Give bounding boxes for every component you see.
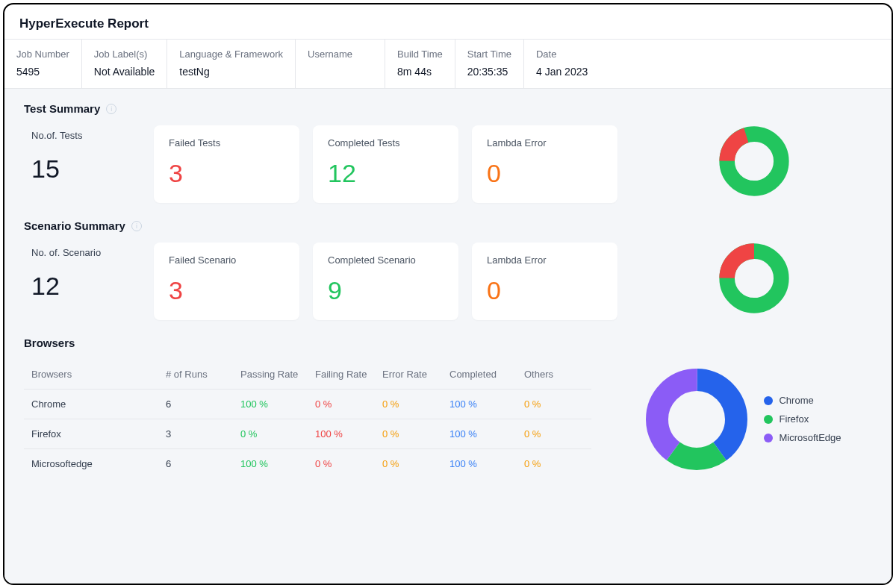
cell-err: 0 % bbox=[382, 428, 449, 440]
info-icon[interactable]: i bbox=[106, 104, 116, 114]
meta-label: Job Number bbox=[16, 49, 69, 60]
stat-total-tests: No.of. Tests 15 bbox=[24, 125, 136, 184]
browsers-title: Browsers bbox=[24, 337, 872, 349]
meta-value: 5495 bbox=[16, 66, 69, 78]
meta-label: Language & Framework bbox=[179, 49, 283, 60]
scenario-summary-donut bbox=[635, 243, 872, 314]
table-row: Firefox 3 0 % 100 % 0 % 100 % 0 % bbox=[24, 419, 591, 449]
cell-pass: 100 % bbox=[240, 398, 315, 410]
meta-build-time: Build Time 8m 44s bbox=[385, 40, 455, 88]
meta-date: Date 4 Jan 2023 bbox=[524, 40, 600, 88]
th-pass: Passing Rate bbox=[240, 369, 315, 380]
cell-runs: 3 bbox=[166, 428, 240, 440]
info-icon[interactable]: i bbox=[131, 221, 142, 231]
card-completed-scenario: Completed Scenario 9 bbox=[313, 243, 458, 320]
table-header: Browsers # of Runs Passing Rate Failing … bbox=[24, 360, 591, 390]
stat-total-scenario: No. of. Scenario 12 bbox=[24, 243, 136, 301]
cell-err: 0 % bbox=[382, 398, 449, 410]
cell-fail: 100 % bbox=[315, 428, 382, 440]
meta-value: Not Available bbox=[94, 66, 155, 78]
cell-comp: 100 % bbox=[449, 398, 524, 410]
cell-oth: 0 % bbox=[524, 458, 584, 469]
th-browser: Browsers bbox=[31, 369, 166, 380]
meta-label: Start Time bbox=[467, 49, 511, 60]
cell-pass: 100 % bbox=[240, 458, 315, 469]
cell-comp: 100 % bbox=[449, 458, 524, 469]
stat-label: Lambda Error bbox=[487, 254, 603, 266]
test-summary-title: Test Summary i bbox=[24, 102, 872, 115]
swatch-icon bbox=[764, 415, 773, 424]
th-err: Error Rate bbox=[382, 369, 449, 380]
stat-value: 3 bbox=[169, 276, 284, 305]
card-lambda-error-scenario: Lambda Error 0 bbox=[472, 243, 617, 320]
cell-comp: 100 % bbox=[449, 428, 524, 440]
th-comp: Completed bbox=[449, 369, 524, 380]
meta-value: testNg bbox=[179, 66, 283, 78]
donut-chart-icon bbox=[644, 367, 749, 472]
meta-value: 4 Jan 2023 bbox=[536, 66, 588, 78]
browsers-block: Browsers # of Runs Passing Rate Failing … bbox=[24, 360, 872, 478]
cell-browser: Firefox bbox=[31, 428, 166, 440]
test-summary-row: No.of. Tests 15 Failed Tests 3 Completed… bbox=[24, 125, 872, 203]
stat-value: 9 bbox=[328, 276, 444, 305]
test-summary-donut bbox=[635, 125, 872, 197]
th-runs: # of Runs bbox=[166, 369, 240, 380]
meta-label: Username bbox=[308, 49, 373, 60]
cell-fail: 0 % bbox=[315, 458, 382, 469]
legend-item-chrome: Chrome bbox=[764, 395, 841, 406]
table-row: Chrome 6 100 % 0 % 0 % 100 % 0 % bbox=[24, 390, 591, 419]
cell-runs: 6 bbox=[166, 458, 240, 469]
cell-pass: 0 % bbox=[240, 428, 315, 440]
stat-value: 15 bbox=[31, 154, 128, 184]
scenario-summary-row: No. of. Scenario 12 Failed Scenario 3 Co… bbox=[24, 243, 872, 320]
th-fail: Failing Rate bbox=[315, 369, 382, 380]
legend-item-firefox: Firefox bbox=[764, 413, 841, 425]
section-title-text: Browsers bbox=[24, 337, 75, 349]
card-lambda-error-tests: Lambda Error 0 bbox=[472, 125, 617, 203]
cell-fail: 0 % bbox=[315, 398, 382, 410]
stat-label: No. of. Scenario bbox=[31, 247, 128, 258]
meta-username: Username bbox=[296, 40, 385, 88]
scenario-cards: Failed Scenario 3 Completed Scenario 9 L… bbox=[154, 243, 617, 320]
stat-value: 12 bbox=[31, 272, 128, 301]
donut-chart-icon bbox=[718, 243, 790, 314]
meta-job-label: Job Label(s) Not Available bbox=[82, 40, 167, 88]
meta-framework: Language & Framework testNg bbox=[167, 40, 296, 88]
stat-value: 0 bbox=[487, 159, 603, 188]
cell-oth: 0 % bbox=[524, 398, 584, 410]
stat-label: No.of. Tests bbox=[31, 130, 128, 141]
card-failed-scenario: Failed Scenario 3 bbox=[154, 243, 299, 320]
stat-label: Failed Tests bbox=[169, 137, 284, 148]
meta-row: Job Number 5495 Job Label(s) Not Availab… bbox=[4, 40, 892, 89]
legend-item-edge: MicrosoftEdge bbox=[764, 432, 841, 443]
cell-err: 0 % bbox=[382, 458, 449, 469]
topbar: HyperExecute Report bbox=[4, 4, 892, 40]
stat-value: 0 bbox=[487, 276, 603, 305]
stat-label: Completed Scenario bbox=[328, 254, 444, 266]
stat-label: Completed Tests bbox=[328, 137, 444, 148]
cell-runs: 6 bbox=[166, 398, 240, 410]
card-failed-tests: Failed Tests 3 bbox=[154, 125, 299, 203]
stat-label: Failed Scenario bbox=[169, 254, 284, 266]
section-title-text: Scenario Summary bbox=[24, 219, 125, 232]
test-cards: Failed Tests 3 Completed Tests 12 Lambda… bbox=[154, 125, 617, 203]
stat-value: 12 bbox=[328, 159, 444, 188]
scenario-summary-title: Scenario Summary i bbox=[24, 219, 872, 232]
legend-label: Chrome bbox=[779, 395, 813, 406]
browsers-table: Browsers # of Runs Passing Rate Failing … bbox=[24, 360, 591, 478]
card-completed-tests: Completed Tests 12 bbox=[313, 125, 458, 203]
stat-label: Lambda Error bbox=[487, 137, 603, 148]
meta-value: 8m 44s bbox=[397, 66, 443, 78]
swatch-icon bbox=[764, 434, 773, 442]
meta-start-time: Start Time 20:35:35 bbox=[455, 40, 524, 88]
cell-browser: Chrome bbox=[31, 398, 166, 410]
table-row: Microsoftedge 6 100 % 0 % 0 % 100 % 0 % bbox=[24, 449, 591, 478]
stat-value: 3 bbox=[169, 159, 284, 188]
donut-chart-icon bbox=[718, 125, 790, 197]
body: Test Summary i No.of. Tests 15 Failed Te… bbox=[4, 89, 892, 584]
browsers-legend: Chrome Firefox MicrosoftEdge bbox=[764, 395, 841, 443]
section-title-text: Test Summary bbox=[24, 102, 100, 115]
page-title: HyperExecute Report bbox=[19, 16, 877, 31]
legend-label: Firefox bbox=[779, 413, 809, 425]
browsers-chart: Chrome Firefox MicrosoftEdge bbox=[614, 360, 872, 478]
